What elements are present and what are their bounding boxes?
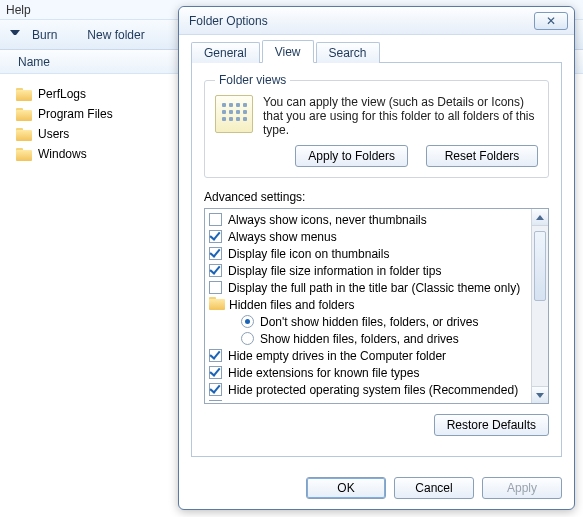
adv-item-label: Display file size information in folder … xyxy=(228,264,441,278)
tab-general[interactable]: General xyxy=(191,42,260,63)
folder-options-dialog: Folder Options ✕ General View Search Fol… xyxy=(178,6,575,510)
checkbox-icon[interactable] xyxy=(209,213,222,226)
scroll-up-icon[interactable] xyxy=(532,209,548,226)
close-icon: ✕ xyxy=(546,14,556,28)
adv-item-label: Hide extensions for known file types xyxy=(228,366,419,380)
cancel-button[interactable]: Cancel xyxy=(394,477,474,499)
ok-button[interactable]: OK xyxy=(306,477,386,499)
adv-item[interactable]: Always show menus xyxy=(209,228,528,245)
radio-icon[interactable] xyxy=(241,315,254,328)
tab-strip: General View Search xyxy=(191,41,562,63)
close-button[interactable]: ✕ xyxy=(534,12,568,30)
adv-item[interactable]: Display the full path in the title bar (… xyxy=(209,279,528,296)
checkbox-icon[interactable] xyxy=(209,281,222,294)
list-item-label: Program Files xyxy=(38,107,113,121)
checkbox-icon[interactable] xyxy=(209,366,222,379)
list-item-label: Users xyxy=(38,127,69,141)
adv-item[interactable]: Display file size information in folder … xyxy=(209,262,528,279)
adv-item[interactable]: Hidden files and folders xyxy=(209,296,528,313)
folder-icon xyxy=(16,108,32,121)
scrollbar[interactable] xyxy=(531,209,548,403)
adv-item[interactable]: Hide empty drives in the Computer folder xyxy=(209,347,528,364)
adv-item[interactable]: Don't show hidden files, folders, or dri… xyxy=(209,313,528,330)
folder-icon xyxy=(209,297,223,313)
adv-item[interactable]: Hide protected operating system files (R… xyxy=(209,381,528,398)
apply-button[interactable]: Apply xyxy=(482,477,562,499)
dialog-title: Folder Options xyxy=(189,14,534,28)
folder-icon xyxy=(16,88,32,101)
radio-icon[interactable] xyxy=(241,332,254,345)
adv-item[interactable]: Always show icons, never thumbnails xyxy=(209,211,528,228)
scroll-thumb[interactable] xyxy=(534,231,546,301)
advanced-settings-list: Always show icons, never thumbnailsAlway… xyxy=(204,208,549,404)
adv-item-label: Hide protected operating system files (R… xyxy=(228,383,518,397)
tab-panel-view: Folder views You can apply the view (suc… xyxy=(191,63,562,457)
checkbox-icon[interactable] xyxy=(209,264,222,277)
dialog-titlebar: Folder Options ✕ xyxy=(179,7,574,35)
apply-to-folders-button[interactable]: Apply to Folders xyxy=(295,145,408,167)
list-item-label: Windows xyxy=(38,147,87,161)
list-item-label: PerfLogs xyxy=(38,87,86,101)
adv-item-label: Display the full path in the title bar (… xyxy=(228,281,520,295)
folder-views-group: Folder views You can apply the view (suc… xyxy=(204,73,549,178)
folder-views-icon xyxy=(215,95,253,133)
adv-item-label: Always show icons, never thumbnails xyxy=(228,213,427,227)
toolbar-burn[interactable]: Burn xyxy=(32,28,57,42)
toolbar-new-folder[interactable]: New folder xyxy=(87,28,144,42)
adv-item-label: Launch folder windows in a separate proc… xyxy=(228,400,468,402)
adv-item[interactable]: Hide extensions for known file types xyxy=(209,364,528,381)
folder-views-text: You can apply the view (such as Details … xyxy=(263,95,538,137)
adv-item-label: Hidden files and folders xyxy=(229,298,354,312)
adv-item-label: Display file icon on thumbnails xyxy=(228,247,389,261)
folder-views-legend: Folder views xyxy=(215,73,290,87)
adv-item[interactable]: Launch folder windows in a separate proc… xyxy=(209,398,528,401)
scroll-down-icon[interactable] xyxy=(532,386,548,403)
tab-view[interactable]: View xyxy=(262,40,314,63)
folder-icon xyxy=(16,128,32,141)
adv-item-label: Don't show hidden files, folders, or dri… xyxy=(260,315,478,329)
tab-search[interactable]: Search xyxy=(316,42,380,63)
folder-icon xyxy=(16,148,32,161)
dialog-button-row: OK Cancel Apply xyxy=(179,467,574,499)
checkbox-icon[interactable] xyxy=(209,230,222,243)
adv-item-label: Hide empty drives in the Computer folder xyxy=(228,349,446,363)
checkbox-icon[interactable] xyxy=(209,383,222,396)
checkbox-icon[interactable] xyxy=(209,247,222,260)
adv-item-label: Always show menus xyxy=(228,230,337,244)
adv-item-label: Show hidden files, folders, and drives xyxy=(260,332,459,346)
adv-item[interactable]: Display file icon on thumbnails xyxy=(209,245,528,262)
reset-folders-button[interactable]: Reset Folders xyxy=(426,145,538,167)
advanced-settings-label: Advanced settings: xyxy=(204,190,549,204)
restore-defaults-button[interactable]: Restore Defaults xyxy=(434,414,549,436)
adv-item[interactable]: Show hidden files, folders, and drives xyxy=(209,330,528,347)
checkbox-icon[interactable] xyxy=(209,349,222,362)
organize-dropdown-icon[interactable] xyxy=(10,30,20,40)
menu-help[interactable]: Help xyxy=(6,3,31,17)
checkbox-icon[interactable] xyxy=(209,400,222,401)
